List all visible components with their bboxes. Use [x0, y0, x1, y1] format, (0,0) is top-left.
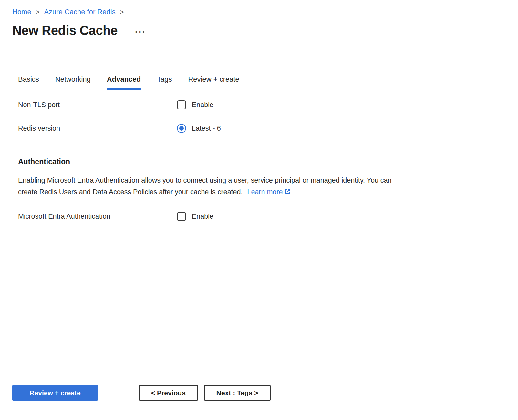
- chevron-right-icon: >: [120, 8, 124, 16]
- authentication-description-line2: create Redis Users and Data Access Polic…: [18, 188, 243, 196]
- breadcrumb-home-link[interactable]: Home: [12, 8, 31, 16]
- previous-button[interactable]: < Previous: [139, 385, 198, 401]
- redis-version-control: Latest - 6: [177, 124, 221, 133]
- external-link-icon: [284, 188, 291, 195]
- tab-review-create[interactable]: Review + create: [188, 75, 239, 90]
- entra-authentication-control: Enable: [177, 212, 213, 221]
- non-tls-port-label: Non-TLS port: [18, 101, 177, 109]
- form-row-non-tls-port: Non-TLS port Enable: [18, 100, 518, 109]
- entra-authentication-checkbox[interactable]: [177, 212, 186, 221]
- non-tls-port-checkbox[interactable]: [177, 100, 186, 109]
- learn-more-label: Learn more: [247, 188, 283, 196]
- non-tls-port-checkbox-label: Enable: [192, 101, 213, 109]
- learn-more-link[interactable]: Learn more: [247, 188, 291, 196]
- entra-authentication-checkbox-label: Enable: [192, 213, 213, 221]
- next-tags-button[interactable]: Next : Tags >: [204, 385, 271, 401]
- authentication-description-line1: Enabling Microsoft Entra Authentication …: [18, 176, 392, 184]
- redis-version-radio[interactable]: [177, 124, 186, 133]
- entra-authentication-label: Microsoft Entra Authentication: [18, 213, 177, 221]
- breadcrumb: Home > Azure Cache for Redis >: [0, 0, 518, 16]
- tab-networking[interactable]: Networking: [55, 75, 91, 90]
- authentication-heading: Authentication: [18, 157, 518, 166]
- tab-bar: Basics Networking Advanced Tags Review +…: [0, 75, 518, 90]
- advanced-tab-content: Non-TLS port Enable Redis version Latest…: [0, 100, 518, 221]
- redis-version-radio-label: Latest - 6: [192, 125, 221, 133]
- radio-selected-dot: [179, 126, 184, 131]
- authentication-description: Enabling Microsoft Entra Authentication …: [18, 175, 477, 198]
- footer-divider: [0, 372, 518, 372]
- page-header: Home > Azure Cache for Redis > New Redis…: [0, 0, 518, 38]
- review-create-button[interactable]: Review + create: [12, 385, 98, 401]
- tab-tags[interactable]: Tags: [157, 75, 172, 90]
- breadcrumb-azure-cache-for-redis-link[interactable]: Azure Cache for Redis: [44, 8, 115, 16]
- redis-version-label: Redis version: [18, 125, 177, 133]
- more-options-icon[interactable]: ···: [135, 25, 146, 36]
- form-row-redis-version: Redis version Latest - 6: [18, 124, 518, 133]
- tab-basics[interactable]: Basics: [18, 75, 39, 90]
- page-title: New Redis Cache: [12, 23, 118, 38]
- tab-advanced[interactable]: Advanced: [107, 75, 141, 90]
- non-tls-port-control: Enable: [177, 100, 213, 109]
- title-row: New Redis Cache ···: [0, 23, 518, 38]
- form-row-entra-authentication: Microsoft Entra Authentication Enable: [18, 212, 518, 221]
- chevron-right-icon: >: [36, 8, 40, 16]
- wizard-footer: Review + create < Previous Next : Tags >: [12, 385, 271, 401]
